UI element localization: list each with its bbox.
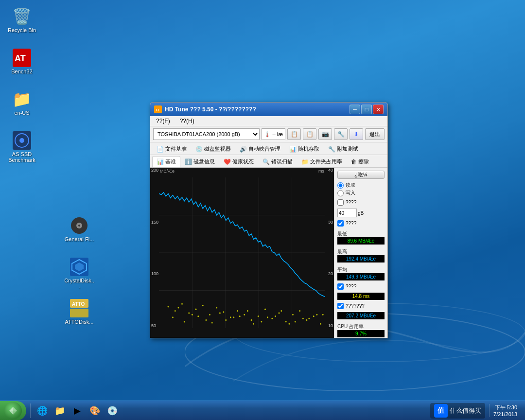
svg-point-37	[251, 319, 252, 321]
as-ssd-icon[interactable]: AS SSD Benchmark	[5, 129, 39, 165]
svg-point-70	[316, 314, 317, 315]
avg-stat: 平均 149.9 MB/Æe	[337, 265, 385, 280]
start-orb	[4, 402, 22, 420]
en-us-icon[interactable]: 📁 en-US	[5, 88, 39, 118]
taskbar-explorer-icon[interactable]: 📁	[52, 403, 68, 419]
exit-button[interactable]: 退出	[365, 128, 385, 140]
maximize-button[interactable]: □	[361, 105, 372, 114]
general-fi-label: General Fi...	[65, 236, 94, 242]
tab-disk-monitor[interactable]: 💿 磁盘监视器	[191, 143, 235, 155]
attodisk-label: ATTODisk...	[65, 319, 94, 325]
checkbox-option2[interactable]: ????	[337, 220, 385, 227]
tab-random-access[interactable]: 📊 随机存取	[285, 143, 324, 155]
svg-point-33	[223, 311, 225, 313]
toolbar-btn-3[interactable]: 📷	[318, 128, 332, 140]
en-us-label: en-US	[14, 110, 29, 116]
recycle-bin-icon[interactable]: 🗑️ Recycle Bin	[5, 5, 39, 35]
svg-point-43	[292, 314, 294, 315]
minimize-button[interactable]: ─	[350, 105, 360, 114]
tab-file-benchmark[interactable]: 📄 文件基准	[152, 143, 191, 155]
svg-point-45	[306, 319, 308, 321]
tab-erase[interactable]: 🗑 擦除	[347, 156, 373, 167]
bench32-icon[interactable]: AT Bench32	[5, 46, 39, 76]
start-stop-button[interactable]: ¿吃¼	[337, 171, 385, 179]
window-menubar: ??(F) ??(H)	[150, 116, 387, 126]
hdtune-window: H HD Tune ??? 5.50 - ??/???????? ─ □ ✕ ?…	[150, 102, 388, 338]
svg-point-59	[322, 314, 324, 315]
radio-read[interactable]: 读取	[337, 182, 385, 189]
svg-point-32	[216, 307, 217, 308]
close-button[interactable]: ✕	[373, 105, 384, 114]
svg-point-34	[230, 316, 231, 318]
svg-point-64	[233, 316, 234, 318]
menu-help[interactable]: ??(H)	[178, 117, 196, 125]
burst-value: 207.2 MB/Æe	[337, 312, 385, 319]
taskbar-disk-icon[interactable]: 💿	[105, 403, 120, 419]
tab-apm[interactable]: 🔊 自动映音管理	[235, 143, 285, 155]
svg-point-60	[177, 307, 179, 308]
tab-extra-tests[interactable]: 🔧 附加测试	[324, 143, 363, 155]
zhihu-badge[interactable]: 值 什么值得买	[430, 403, 485, 419]
svg-point-9	[78, 225, 80, 227]
svg-point-39	[264, 309, 266, 310]
tab-error-scan[interactable]: 🔍 错误扫描	[258, 156, 297, 167]
menu-file[interactable]: ??(F)	[154, 117, 172, 125]
general-fi-icon[interactable]: General Fi...	[62, 214, 96, 244]
svg-point-47	[320, 323, 321, 324]
toolbar-btn-4[interactable]: 🔧	[334, 128, 348, 140]
crystaldisk-icon[interactable]: CrystalDisk...	[62, 255, 96, 291]
chart-axis-labels: MB/Æe ms	[160, 169, 324, 174]
cpu-value: 9.7%	[337, 330, 385, 337]
svg-text:ATTO: ATTO	[72, 301, 85, 307]
tab-disk-info[interactable]: ℹ️ 磁盘信息	[180, 156, 219, 167]
chart-y-left-labels: 200 150 100 50	[151, 168, 158, 328]
clock-date: 7/21/2013	[493, 411, 517, 417]
block-size-input[interactable]	[337, 209, 357, 217]
radio-write[interactable]: 写入	[337, 190, 385, 196]
max-stat: 最高 192.4 MB/Æe	[337, 247, 385, 262]
toolbar-btn-2[interactable]: 📋	[303, 128, 316, 140]
taskbar-paint-icon[interactable]: 🎨	[87, 403, 103, 419]
tab-folder-usage[interactable]: 📁 文件夹占用率	[297, 156, 347, 167]
svg-point-67	[275, 315, 276, 317]
taskbar-ie-icon[interactable]: 🌐	[35, 403, 50, 419]
toolbar-btn-download[interactable]: ⬇	[350, 128, 363, 140]
svg-point-27	[181, 303, 183, 305]
clock-area: 下午 5:30 7/21/2013	[489, 404, 521, 417]
right-panel: ¿吃¼ 读取 写入 ???? gB	[334, 168, 387, 338]
tab-benchmark[interactable]: 📊 基准	[152, 156, 180, 167]
svg-point-41	[279, 312, 280, 314]
taskbar: 🌐 📁 ▶ 🎨 💿 值 什么值得买 下午 5:30 7/21/2013	[0, 401, 525, 420]
tab-health-status[interactable]: ❤️ 健康状态	[219, 156, 258, 167]
toolbar-btn-1[interactable]: 📋	[287, 128, 301, 140]
cpu-stat: CPU 占用率 9.7%	[337, 322, 385, 337]
svg-point-42	[285, 321, 287, 322]
avg-value: 149.9 MB/Æe	[337, 273, 385, 280]
recycle-bin-label: Recycle Bin	[8, 27, 36, 33]
drive-select[interactable]: TOSHIBA DT01ACA200 (2000 gB)	[153, 128, 260, 140]
burst-checkbox[interactable]: ???????	[337, 303, 385, 309]
attodisk-icon[interactable]: ATTO ATTODisk...	[62, 297, 96, 327]
svg-point-25	[168, 306, 169, 307]
svg-point-57	[295, 321, 296, 322]
mode-radio-group: 读取 写入	[337, 182, 385, 196]
number-input-row: gB	[337, 209, 385, 217]
unit-label: gB	[358, 210, 364, 216]
tabs-row1: 📄 文件基准 💿 磁盘监视器 🔊 自动映音管理 📊 随机存取 🔧 附加测试	[150, 142, 387, 155]
checkbox-option1[interactable]: ????	[337, 199, 385, 206]
svg-point-31	[209, 314, 210, 315]
svg-text:H: H	[156, 108, 159, 112]
svg-point-38	[258, 315, 259, 317]
taskbar-media-icon[interactable]: ▶	[70, 403, 85, 419]
svg-point-28	[188, 312, 190, 314]
zhihu-logo: 值	[434, 404, 448, 418]
temp-display: 🌡️ – iæ	[262, 128, 285, 140]
min-stat: 最低 89.6 MB/Æe	[337, 229, 385, 245]
svg-point-29	[195, 309, 197, 310]
access-value: 14.8 ms	[337, 293, 385, 300]
svg-point-58	[308, 317, 310, 319]
svg-point-56	[280, 310, 282, 312]
start-button[interactable]	[0, 401, 26, 420]
svg-point-69	[302, 317, 304, 319]
access-checkbox[interactable]: ????	[337, 283, 385, 290]
